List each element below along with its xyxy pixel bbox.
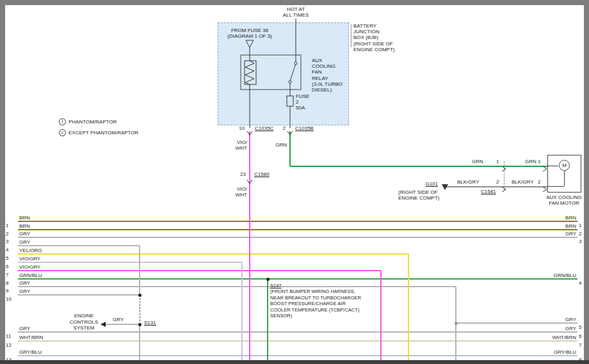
wire-label: GRN/BLU	[19, 273, 42, 278]
wire-label: GRY	[528, 231, 576, 237]
connector-pin: 1	[538, 159, 540, 164]
wire-segment	[380, 271, 382, 360]
wire-label-vio-wht: WHT	[230, 192, 247, 198]
edge-number: 2	[6, 231, 16, 237]
wire-segment	[249, 131, 250, 360]
junction-dot	[266, 278, 270, 281]
wire-row	[18, 278, 577, 280]
legend-item-except-phantom-raptor: 2EXCEPT PHANTOM/RAPTOR	[59, 129, 138, 136]
edge-number: 4	[6, 247, 16, 253]
connector-pin: 2	[538, 179, 540, 185]
edge-number: 3	[6, 239, 16, 244]
connector-c1580-link[interactable]: C1580	[254, 171, 270, 177]
wire-label: WHT/BRN	[19, 335, 43, 340]
edge-number: 11	[6, 333, 16, 339]
relay-switch-icon	[290, 63, 296, 81]
junction-dot	[138, 294, 141, 297]
connector-chevron-icon	[542, 163, 547, 175]
wire-row	[18, 294, 140, 296]
splice-s147-link[interactable]: S147	[270, 283, 361, 289]
ground-symbol-icon	[442, 184, 448, 190]
wire-label-grn: GRN	[472, 159, 483, 164]
window-frame-left	[0, 0, 5, 364]
wire-label-vio-wht: WHT	[230, 145, 247, 151]
wire-row	[18, 286, 456, 287]
wire-label: BRN	[19, 223, 30, 229]
connector-chevron-icon	[246, 175, 253, 187]
connector-chevron-icon	[542, 184, 547, 195]
wire-segment	[139, 324, 140, 360]
wire-row	[18, 237, 577, 238]
ground-g101-link[interactable]: G101	[415, 181, 438, 187]
wire-label-vio-wht: VIO/	[230, 139, 247, 145]
edge-number: 2	[579, 231, 581, 237]
edge-number: 10	[6, 296, 16, 302]
wire-label: GRY	[19, 289, 30, 294]
hot-line: HOT AT	[275, 6, 316, 12]
fuse-icon	[287, 96, 293, 106]
window-frame-bottom	[0, 360, 589, 364]
wire-label: VIO/GRY	[19, 256, 40, 262]
motor-symbol: M	[559, 160, 570, 171]
wire-label-blk-gry: BLK/GRY	[512, 179, 534, 185]
legend-item-phantom-raptor: 1PHANTOM/RAPTOR	[59, 118, 117, 125]
wire-label: BRN	[528, 223, 576, 229]
edge-number: 3	[579, 239, 581, 244]
edge-number: 12	[6, 342, 16, 348]
wire-label: BRN	[19, 215, 30, 221]
edge-number: 5	[579, 324, 581, 330]
edge-number: 4	[579, 280, 581, 286]
wire-label: YEL/ORG	[19, 248, 42, 253]
edge-number: 6	[579, 333, 581, 339]
from-fuse-triangle-icon	[246, 40, 254, 47]
wire-label-vio-wht: VIO/	[230, 186, 247, 192]
g101-location-label: (RIGHT SIDE OF ENGINE COMPT)	[398, 189, 439, 201]
wire-row	[18, 229, 577, 230]
wire-row	[18, 221, 577, 222]
window-frame-top	[0, 0, 589, 5]
splice-s131-link[interactable]: S131	[144, 320, 156, 326]
edge-number: 5	[6, 255, 16, 261]
wire-label-grn: GRN	[525, 159, 537, 164]
wire-segment	[241, 262, 243, 360]
wire-label: GRY	[19, 231, 30, 237]
wire-segment	[408, 254, 409, 360]
window-frame-right	[584, 0, 589, 364]
wire-row	[18, 245, 140, 246]
wire-label: GRY	[19, 239, 30, 245]
wire-segment	[290, 166, 547, 167]
edge-number: 7	[6, 272, 16, 278]
aux-cooling-fan-motor-label: AUX COOLING FAN MOTOR	[541, 194, 587, 206]
wire-label: GRY	[528, 326, 576, 331]
engine-controls-system-label: ENGINE CONTROLS SYSTEM	[64, 313, 104, 331]
wire-label: GRY/BLU	[528, 349, 576, 355]
connector-pin: 1	[496, 159, 499, 164]
wire-label-blk-gry: BLK/GRY	[457, 179, 480, 185]
wire-segment	[267, 279, 268, 360]
wiring-diagram-screen: BRNBRN11BRNBRN22GRYGRY33GRY4YEL/ORG5VIO/…	[0, 0, 589, 364]
wire-row	[18, 253, 408, 255]
wire-label: VIO/GRY	[19, 264, 40, 270]
junction-dot	[138, 323, 141, 326]
bjb-label: BATTERY JUNCTION BOX (BJB) (RIGHT SIDE O…	[353, 23, 394, 52]
wire-row	[18, 270, 381, 271]
wire-label: GRY/BLU	[19, 349, 42, 355]
wire-row	[18, 331, 577, 333]
connector-c1581-link[interactable]: C1581	[481, 189, 496, 194]
wire-row	[18, 355, 577, 356]
s147-splice-label: S147 (FRONT BUMPER WIRING HARNESS, NEAR …	[270, 283, 361, 319]
wire-label: GRY	[19, 280, 30, 286]
connector-chevron-icon	[501, 163, 506, 175]
wire-label: GRY	[19, 326, 30, 331]
relay-circuit-graphics	[218, 16, 352, 131]
connector-pin: 23	[234, 171, 246, 177]
wire-segment	[139, 246, 140, 295]
wire-label-grn: GRN	[270, 142, 287, 148]
edge-number: 9	[6, 288, 16, 294]
wire-row	[18, 262, 242, 263]
connector-chevron-icon	[501, 184, 506, 195]
wire-row	[18, 340, 577, 342]
wire-segment	[445, 186, 547, 187]
wire-label: GRN/BLU	[528, 273, 576, 278]
wire-label-gry: GRY	[113, 317, 124, 322]
